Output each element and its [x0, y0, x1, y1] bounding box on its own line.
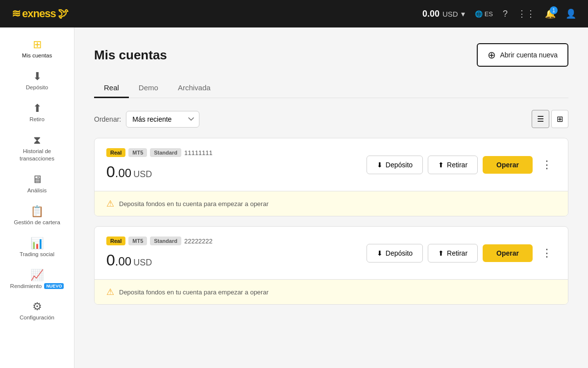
sidebar-item-retiro[interactable]: ⬆ Retiro [4, 98, 70, 128]
download-icon: ⬇ [33, 71, 42, 82]
open-account-button[interactable]: ⊕ Abrir cuenta nueva [477, 43, 568, 67]
account-card-2: Real MT5 Standard 22222222 0.00USD ⬇ Dep… [94, 226, 568, 305]
balance-int-2: 0 [106, 251, 115, 269]
account-card-1: Real MT5 Standard 11111111 0.00USD ⬇ Dep… [94, 138, 568, 216]
balance-display: 0.00 USD ▾ [422, 9, 465, 19]
chart-icon: 📊 [30, 238, 44, 249]
apps-button[interactable]: ⋮⋮ [517, 8, 535, 19]
more-icon-2: ⋮ [541, 247, 552, 259]
tag-mt5-1: MT5 [128, 148, 147, 157]
account-number-2: 22222222 [184, 237, 213, 245]
plus-circle-icon: ⊕ [488, 49, 496, 61]
list-view-button[interactable]: ☰ [532, 110, 549, 128]
layout: ⊞ Mis cuentas ⬇ Depósito ⬆ Retiro ⧗ Hist… [0, 27, 588, 368]
sidebar-item-label: Rendimiento NUEVO [10, 283, 64, 290]
tag-mt5-2: MT5 [128, 237, 147, 245]
sidebar-item-trading-social[interactable]: 📊 Trading social [4, 233, 70, 263]
logo-icon: ≋ [12, 7, 20, 20]
card-left-2: Real MT5 Standard 22222222 0.00USD [106, 237, 213, 269]
trending-icon: 📈 [30, 270, 44, 281]
deposit-button-2[interactable]: ⬇ Depósito [367, 244, 423, 263]
topnav: ≋ exness 🕊 0.00 USD ▾ 🌐 ES ? ⋮⋮ 🔔 1 👤 [0, 0, 588, 27]
sidebar-item-label: Depósito [26, 84, 48, 91]
balance-currency: USD [442, 10, 458, 18]
view-toggle: ☰ ⊞ [532, 110, 568, 128]
logo: ≋ exness 🕊 [12, 7, 68, 20]
order-select[interactable]: Más reciente Más antiguo Mayor saldo Men… [126, 111, 199, 128]
withdraw-button-2[interactable]: ⬆ Retirar [428, 244, 478, 263]
tab-demo[interactable]: Demo [129, 79, 168, 98]
profile-button[interactable]: 👤 [565, 8, 576, 19]
warning-text-1: Deposita fondos en tu cuenta para empeza… [119, 200, 269, 208]
sidebar-item-label: Mis cuentas [22, 52, 52, 59]
sidebar-item-historial[interactable]: ⧗ Historial de transacciones [4, 130, 70, 167]
language-button[interactable]: 🌐 ES [475, 10, 493, 18]
tag-standard-1: Standard [150, 148, 181, 157]
balance-dec-2: .00 [115, 255, 131, 268]
card-actions-1: ⬇ Depósito ⬆ Retirar Operar ⋮ [367, 156, 556, 174]
balance-dropdown-icon[interactable]: ▾ [461, 9, 465, 19]
page-title: Mis cuentas [94, 48, 167, 63]
tag-real-2: Real [106, 237, 125, 245]
account-balance-2: 0.00USD [106, 251, 213, 269]
nav-right: 0.00 USD ▾ 🌐 ES ? ⋮⋮ 🔔 1 👤 [422, 8, 576, 19]
warning-banner-2: ⚠ Deposita fondos en tu cuenta para empe… [95, 279, 568, 304]
more-button-2[interactable]: ⋮ [538, 245, 556, 262]
help-icon: ? [503, 9, 508, 19]
toolbar: Ordenar: Más reciente Más antiguo Mayor … [94, 110, 568, 128]
deposit-button-1[interactable]: ⬇ Depósito [367, 156, 423, 174]
trade-button-1[interactable]: Operar [483, 156, 533, 174]
sidebar-item-gestion[interactable]: 📋 Gestión de cartera [4, 201, 70, 231]
page-header: Mis cuentas ⊕ Abrir cuenta nueva [94, 43, 568, 67]
sidebar-item-configuracion[interactable]: ⚙ Configuración [4, 296, 70, 326]
sidebar-item-deposito[interactable]: ⬇ Depósito [4, 66, 70, 96]
sidebar-item-label: Trading social [20, 251, 54, 258]
sidebar-item-label: Configuración [20, 314, 54, 321]
tag-standard-2: Standard [150, 237, 181, 245]
globe-icon: 🌐 [475, 10, 483, 18]
balance-currency-2: USD [133, 258, 152, 267]
withdraw-button-1[interactable]: ⬆ Retirar [428, 156, 478, 174]
monitor-icon: 🖥 [32, 174, 43, 185]
sidebar-item-mis-cuentas[interactable]: ⊞ Mis cuentas [4, 34, 70, 64]
help-button[interactable]: ? [503, 9, 508, 19]
warning-text-2: Deposita fondos en tu cuenta para empeza… [119, 289, 269, 296]
history-icon: ⧗ [33, 135, 41, 146]
user-icon: 👤 [565, 8, 576, 19]
logo-wordmark: exness [22, 7, 56, 20]
order-label: Ordenar: [94, 115, 121, 123]
grid-view-icon: ⊞ [557, 114, 563, 124]
card-tags-1: Real MT5 Standard 11111111 [106, 148, 213, 157]
trade-button-2[interactable]: Operar [483, 244, 533, 262]
card-main-1: Real MT5 Standard 11111111 0.00USD ⬇ Dep… [95, 138, 568, 191]
withdraw-label-2: Retirar [447, 249, 467, 257]
withdraw-label-1: Retirar [447, 161, 467, 169]
warning-icon-1: ⚠ [106, 198, 114, 209]
sidebar-item-analisis[interactable]: 🖥 Análisis [4, 169, 70, 199]
sidebar-item-rendimiento[interactable]: 📈 Rendimiento NUEVO [4, 265, 70, 295]
sidebar: ⊞ Mis cuentas ⬇ Depósito ⬆ Retiro ⧗ Hist… [0, 27, 74, 368]
deposit-label-1: Depósito [386, 161, 413, 169]
tabs: Real Demo Archivada [94, 79, 568, 98]
notif-badge: 1 [550, 6, 558, 14]
lang-label: ES [485, 10, 493, 18]
card-left-1: Real MT5 Standard 11111111 0.00USD [106, 148, 213, 181]
tab-archivada[interactable]: Archivada [168, 79, 220, 98]
sidebar-item-label: Retiro [29, 116, 45, 123]
toolbar-left: Ordenar: Más reciente Más antiguo Mayor … [94, 111, 199, 128]
new-badge: NUEVO [44, 283, 64, 289]
apps-icon: ⋮⋮ [517, 8, 535, 19]
account-balance-1: 0.00USD [106, 163, 213, 181]
briefcase-icon: 📋 [30, 206, 44, 217]
card-tags-2: Real MT5 Standard 22222222 [106, 237, 213, 245]
withdraw-icon-1: ⬆ [438, 161, 444, 169]
main-content: Mis cuentas ⊕ Abrir cuenta nueva Real De… [74, 27, 588, 368]
grid-view-button[interactable]: ⊞ [551, 110, 568, 128]
balance-amount: 0.00 [422, 9, 440, 19]
grid-icon: ⊞ [33, 39, 42, 50]
more-button-1[interactable]: ⋮ [538, 157, 556, 173]
tab-real[interactable]: Real [94, 79, 129, 98]
notifications-button[interactable]: 🔔 1 [545, 8, 556, 19]
sidebar-item-label: Historial de transacciones [8, 148, 66, 162]
deposit-icon-2: ⬇ [377, 249, 383, 257]
